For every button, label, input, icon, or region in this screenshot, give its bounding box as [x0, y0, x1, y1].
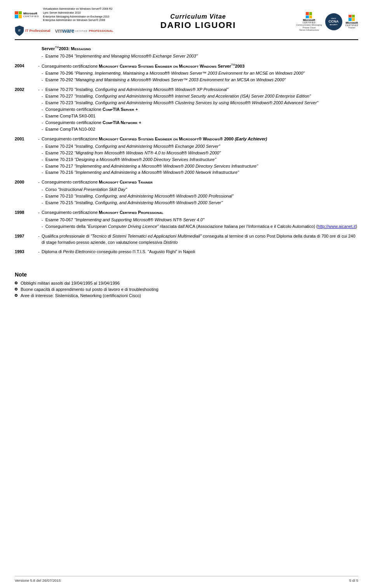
list-item-2000-1: Corso "Instructional Presentation Skill … — [42, 187, 358, 193]
vmware-block: vmware certified PROFESSIONAL — [55, 28, 113, 34]
it-professional-label: IT Professional — [25, 29, 51, 33]
dash-2002: - — [36, 87, 42, 133]
2000-cert-name: Microsoft Certified Trainer — [99, 180, 152, 184]
list-item-2000-3: Esame 70-215 "Installing, Configuring, a… — [42, 200, 358, 206]
header-left: Microsoft CERTIFIED Virtualization Admin… — [15, 7, 116, 36]
2004-list: Esame 70-296 "Planning, Implementing, Ma… — [42, 70, 358, 83]
item-2001-2: Esame 70-222 "Migrating from Microsoft® … — [45, 150, 221, 156]
list-item-2001-2: Esame 70-222 "Migrating from Microsoft® … — [42, 150, 358, 156]
item-2004-1: Esame 70-296 "Planning, Implementing, Ma… — [45, 70, 305, 77]
aicanet-link[interactable]: http://www.aicanet.it — [318, 224, 356, 229]
2002-list: Esame 70-270 "Installing, Configuring an… — [42, 87, 358, 133]
vmware-text-1: vm — [55, 28, 63, 34]
list-item-1998-2: Conseguimento della "European Computer D… — [42, 224, 358, 230]
2000-list: Corso "Instructional Presentation Skill … — [42, 187, 358, 206]
notes-title: Note — [15, 271, 358, 278]
section-2004: 2004 - Conseguimento certificazione Micr… — [15, 63, 358, 84]
list-item-2002-1: Esame 70-270 "Installing, Configuring an… — [42, 87, 358, 93]
list-item-2002-4: Conseguimento certificazione CompTIA Ser… — [42, 107, 358, 113]
year-col-empty — [15, 46, 36, 60]
ms-label: Microsoft — [23, 12, 39, 15]
list-item-2001-5: Esame 70-216 "Implementing and Administe… — [42, 170, 358, 176]
list-item-2004-1: Esame 70-296 "Planning, Implementing, Ma… — [42, 70, 358, 77]
section-server2003: ServerTM2003: Messaging Esame 70-284 "Im… — [15, 46, 358, 60]
dash-col — [36, 46, 42, 60]
server-infra-label: Server Infrastructure — [299, 29, 319, 31]
ccna-badge: CISCO CCNA SECURITY — [325, 13, 342, 30]
solutions-expert-label: Communication Messaging — [296, 24, 322, 26]
dash-2004: - — [36, 63, 42, 84]
item-2004-2: Esame 70-292 "Managing and Maintaining a… — [45, 77, 286, 83]
ms-trainer-label: Microsoft — [346, 21, 358, 24]
2001-list: Esame 70-224 "Installing, Configuring an… — [42, 144, 358, 176]
item-2000-1: Corso "Instructional Presentation Skill … — [45, 187, 127, 193]
svg-text:IT: IT — [18, 29, 21, 32]
server-tm: Server — [218, 63, 231, 68]
content-1997: Qualifica professionale di "Tecnico di S… — [42, 233, 358, 246]
item-2002-4: Conseguimento certificazione CompTIA Ser… — [45, 107, 138, 113]
shield-icon: IT — [15, 25, 24, 36]
vmware-text-2: ware — [63, 28, 74, 34]
content-2002: Esame 70-270 "Installing, Configuring an… — [42, 87, 358, 133]
server2003-year: 2003: — [59, 46, 71, 51]
cert-line-4: Enterprise Administrator on Windows Serv… — [43, 18, 113, 22]
server2003-intro: ServerTM2003: Messaging — [42, 46, 358, 52]
list-item-2001-4: Esame 70-217 "Implementing and Administe… — [42, 163, 358, 170]
content-1998: Conseguimento certificazione Microsoft C… — [42, 210, 358, 230]
1998-list: Esame 70-067 "Implementing and Supportin… — [42, 217, 358, 230]
list-item-2002-3: Esame 70-223 "Installing, Configuring an… — [42, 100, 358, 106]
2001-cert-name: Microsoft Certified Systems Engineer on … — [99, 136, 234, 141]
item-2002-3: Esame 70-223 "Installing, Configuring an… — [45, 100, 319, 106]
it-professional-text-block: IT Professional — [25, 29, 51, 33]
note-text-2: Buone capacità di apprendimento sul post… — [21, 287, 159, 292]
header-center: Curriculum Vitae DARIO LIGUORI — [116, 13, 281, 30]
page: Microsoft CERTIFIED Virtualization Admin… — [0, 0, 373, 588]
it-pro-vmware-row: IT IT Professional vmware certified PROF… — [15, 25, 116, 36]
list-item-2002-6: Conseguimento certificazione CompTIA Net… — [42, 120, 358, 126]
2004-intro-line: Conseguimento certificazione Microsoft C… — [42, 63, 358, 70]
note-text-1: Obblighi militari assolti dal 19/04/1995… — [21, 281, 120, 285]
tm2: TM — [231, 63, 235, 66]
cv-title: Curriculum Vitae — [170, 13, 226, 20]
server2003-item1: Esame 70-284 "Implementing and Managing … — [45, 53, 198, 60]
cv-name: DARIO LIGUORI — [160, 20, 236, 30]
content-2001: Conseguimento certificazione Microsoft C… — [42, 136, 358, 177]
section-1993: 1993 - Diploma di Perito Elettronico con… — [15, 249, 358, 255]
cert-line-2: Lync Server Administrator 2010 — [43, 11, 113, 15]
server2003-list: Esame 70-284 "Implementing and Managing … — [42, 53, 358, 60]
item-1998-1: Esame 70-067 "Implementing and Supportin… — [45, 217, 204, 223]
content-2004: Conseguimento certificazione Microsoft C… — [42, 63, 358, 84]
server2003-label: 2003 — [235, 63, 244, 68]
cert-line-1: Virtualization Administrator on Windows … — [43, 7, 113, 11]
footer-page: 5 di 5 — [349, 578, 358, 583]
notes-list: Obblighi militari assolti dal 19/04/1995… — [15, 281, 358, 298]
item-2002-7: Esame CompTIA N10-002 — [45, 126, 95, 133]
item-2002-5: Esame CompTIA SK0-001 — [45, 113, 96, 119]
bullet-1 — [15, 282, 17, 284]
2000-intro-line: Conseguimento certificazione Microsoft C… — [42, 179, 358, 186]
item-2001-4: Esame 70-217 "Implementing and Administe… — [45, 163, 258, 170]
item-2001-1: Esame 70-224 "Installing, Configuring an… — [45, 144, 220, 150]
section-2001: 2001 - Conseguimento certificazione Micr… — [15, 136, 358, 177]
2001-early: (Early Achiever) — [235, 136, 267, 141]
dash-2000: - — [36, 179, 42, 206]
list-item-2001-3: Esame 70-219 "Designing a Microsoft® Win… — [42, 157, 358, 163]
section-1997: 1997 - Qualifica professionale di "Tecni… — [15, 233, 358, 246]
note-item-1: Obblighi militari assolti dal 19/04/1995… — [15, 281, 358, 285]
note-item-2: Buone capacità di apprendimento sul post… — [15, 287, 358, 292]
1998-intro-line: Conseguimento certificazione Microsoft C… — [42, 210, 358, 216]
footer-version: Versione 5.8 del 26/07/2015 — [15, 578, 61, 583]
item-2002-2: Esame 70-227 "Installing, Configuring an… — [45, 93, 311, 100]
year-2001: 2001 — [15, 136, 36, 177]
ms-certified-block: Microsoft CERTIFIED Virtualization Admin… — [15, 7, 116, 22]
footer: Versione 5.8 del 26/07/2015 5 di 5 — [15, 576, 358, 583]
ms-flag-icon — [15, 11, 22, 18]
dash-1993: - — [36, 249, 42, 255]
ccna-label: CCNA — [329, 19, 339, 24]
list-item-1998-1: Esame 70-067 "Implementing and Supportin… — [42, 217, 358, 223]
year-1997: 1997 — [15, 233, 36, 246]
list-item-2002-2: Esame 70-227 "Installing, Configuring an… — [42, 93, 358, 100]
cert-lines: Virtualization Administrator on Windows … — [43, 7, 113, 22]
ccna-security-label: SECURITY — [329, 24, 337, 26]
note-item-3: Aree di interesse: Sistemistica, Network… — [15, 293, 358, 298]
